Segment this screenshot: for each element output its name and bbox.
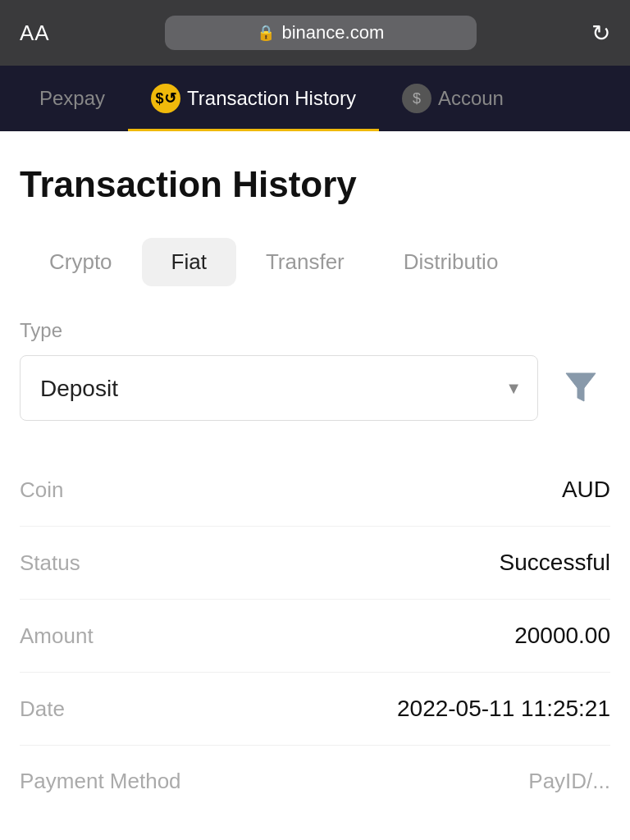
nav-tab-account-label: Accoun <box>438 87 504 110</box>
detail-row-payment-method: Payment Method PayID/... <box>20 746 610 817</box>
filter-tabs: Crypto Fiat Transfer Distributio <box>20 238 610 286</box>
payment-method-value: PayID/... <box>528 769 610 794</box>
refresh-button[interactable]: ↻ <box>591 20 610 47</box>
filter-button[interactable] <box>551 358 610 418</box>
detail-row-amount: Amount 20000.00 <box>20 600 610 673</box>
url-text: binance.com <box>281 22 384 43</box>
main-content: Transaction History Crypto Fiat Transfer… <box>0 131 630 840</box>
nav-tab-pexpay-label: Pexpay <box>39 87 105 110</box>
filter-tab-transfer[interactable]: Transfer <box>236 238 374 286</box>
type-dropdown[interactable]: Deposit Withdrawal <box>20 355 538 421</box>
status-label: Status <box>20 550 80 576</box>
coin-label: Coin <box>20 477 63 503</box>
browser-chrome: AA 🔒 binance.com ↻ <box>0 0 630 66</box>
payment-method-label: Payment Method <box>20 769 181 794</box>
type-dropdown-wrapper: Deposit Withdrawal ▼ <box>20 355 538 421</box>
nav-tab-pexpay[interactable]: Pexpay <box>16 66 128 131</box>
date-label: Date <box>20 696 65 722</box>
filter-tab-fiat[interactable]: Fiat <box>142 238 236 286</box>
filter-tab-distribution[interactable]: Distributio <box>374 238 528 286</box>
type-dropdown-row: Deposit Withdrawal ▼ <box>20 355 610 421</box>
amount-label: Amount <box>20 623 94 649</box>
nav-tab-transaction-history[interactable]: $↺ Transaction History <box>128 66 379 131</box>
nav-tab-account[interactable]: $ Accoun <box>379 66 527 131</box>
page-title: Transaction History <box>20 164 610 205</box>
date-value: 2022-05-11 11:25:21 <box>397 696 610 722</box>
detail-row-date: Date 2022-05-11 11:25:21 <box>20 673 610 746</box>
lock-icon: 🔒 <box>257 24 275 42</box>
type-label: Type <box>20 319 610 342</box>
detail-row-coin: Coin AUD <box>20 454 610 527</box>
account-icon: $ <box>402 84 431 113</box>
coin-value: AUD <box>562 477 610 503</box>
nav-tab-transaction-history-label: Transaction History <box>187 87 356 110</box>
address-bar[interactable]: 🔒 binance.com <box>165 16 477 50</box>
font-size-control[interactable]: AA <box>20 21 50 46</box>
transaction-history-icon: $↺ <box>151 84 180 113</box>
detail-rows: Coin AUD Status Successful Amount 20000.… <box>20 454 610 817</box>
funnel-icon <box>564 370 597 406</box>
amount-value: 20000.00 <box>514 623 610 649</box>
detail-row-status: Status Successful <box>20 527 610 600</box>
status-value: Successful <box>500 550 610 576</box>
app-header: Pexpay $↺ Transaction History $ Accoun <box>0 66 630 131</box>
filter-tab-crypto[interactable]: Crypto <box>20 238 142 286</box>
